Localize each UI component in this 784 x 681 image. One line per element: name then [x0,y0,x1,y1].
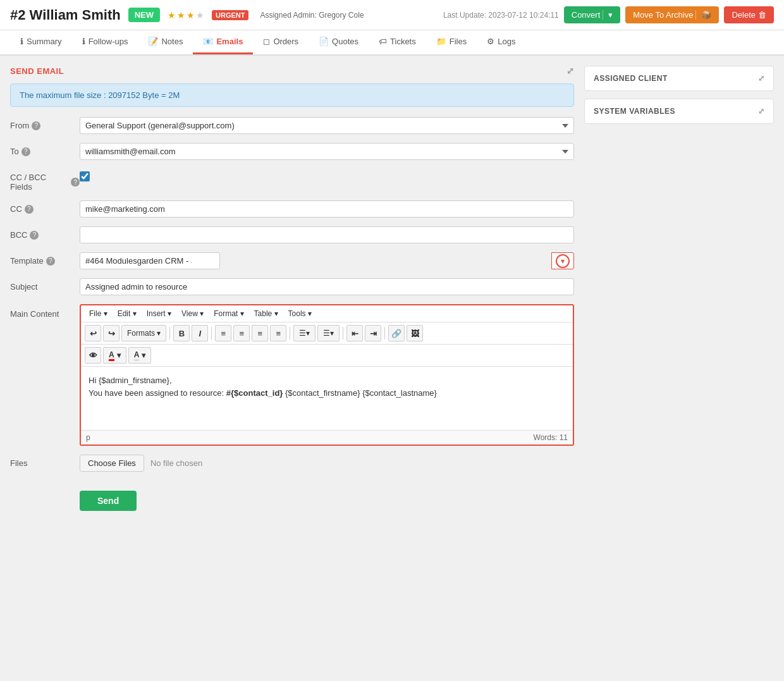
indent-in-button[interactable]: ⇥ [365,325,381,341]
assigned-client-expand-icon: ⤢ [758,74,765,83]
editor-menu-format[interactable]: Format ▾ [209,307,248,320]
undo-button[interactable]: ↩ [85,325,101,341]
expand-icon[interactable]: ⤢ [567,66,575,76]
cc-label: CC ? [10,200,80,214]
star-rating: ★ ★ ★ ★ [168,10,204,20]
editor-menu-insert[interactable]: Insert ▾ [142,307,176,320]
subject-input[interactable] [80,278,574,295]
tickets-icon: 🏷 [379,37,387,46]
from-label: From ? [10,117,80,130]
system-variables-header[interactable]: SYSTEM VARIABLES ⤢ [585,99,773,123]
editor-menu-view[interactable]: View ▾ [177,307,208,320]
list-ordered-button[interactable]: ☰▾ [317,325,340,341]
star-1: ★ [168,10,176,20]
align-left-button[interactable]: ≡ [215,325,231,341]
to-help-icon[interactable]: ? [21,147,30,156]
tab-emails[interactable]: 📧 Emails [193,30,253,54]
top-bar-left: #2 William Smith NEW ★ ★ ★ ★ URGENT Assi… [10,7,364,23]
top-bar: #2 William Smith NEW ★ ★ ★ ★ URGENT Assi… [0,0,784,30]
formats-dropdown[interactable]: Formats ▾ [121,325,166,341]
redo-button[interactable]: ↪ [103,325,119,341]
left-panel: SEND EMAIL ⤢ The maximum file size : 209… [10,66,574,511]
assigned-client-header[interactable]: ASSIGNED CLIENT ⤢ [585,66,773,90]
badge-new: NEW [128,8,160,22]
tab-summary[interactable]: ℹ Summary [10,30,72,54]
align-justify-button[interactable]: ≡ [270,325,286,341]
template-group: Template ? ▾ [10,252,574,269]
cc-bcc-help-icon[interactable]: ? [71,178,80,187]
text-color-icon: A [109,350,114,361]
files-label: Files [10,455,80,468]
editor-word-count: Words: 11 [534,433,568,442]
cc-input[interactable] [80,200,574,218]
star-3: ★ [187,10,195,20]
list-unordered-button[interactable]: ☰▾ [293,325,315,341]
from-group: From ? General Support (general@support.… [10,117,574,134]
cc-help-icon[interactable]: ? [25,205,34,214]
to-label: To ? [10,143,80,156]
tab-files[interactable]: 📁 Files [426,30,477,54]
from-select[interactable]: General Support (general@support.com) [80,117,574,134]
align-right-button[interactable]: ≡ [252,325,268,341]
italic-button[interactable]: I [192,325,208,341]
send-button[interactable]: Send [80,491,137,511]
preview-button[interactable]: 👁 [85,347,101,364]
archive-icon: 📦 [695,10,711,20]
template-help-icon[interactable]: ? [46,257,55,266]
convert-button[interactable]: Convert ▾ [564,6,621,23]
editor-menu-tools[interactable]: Tools ▾ [284,307,316,320]
tab-notes[interactable]: 📝 Notes [138,30,193,54]
editor-menu-edit[interactable]: Edit ▾ [113,307,141,320]
cc-bcc-checkbox-wrap [80,169,90,181]
choose-files-button[interactable]: Choose Files [80,455,144,472]
convert-dropdown-icon[interactable]: ▾ [603,10,613,20]
editor-menu-file[interactable]: File ▾ [85,307,112,320]
cc-bcc-checkbox[interactable] [80,171,90,181]
editor-menu-table[interactable]: Table ▾ [250,307,283,320]
highlight-color-button[interactable]: A ▾ [128,347,152,364]
bold-button[interactable]: B [173,325,190,341]
tab-followups[interactable]: ℹ Follow-ups [72,30,138,54]
tab-orders[interactable]: ◻ Orders [253,30,309,54]
emails-icon: 📧 [203,37,213,46]
cc-group: CC ? [10,200,574,218]
bcc-help-icon[interactable]: ? [30,231,39,240]
indent-out-button[interactable]: ⇤ [346,325,363,341]
image-button[interactable]: 🖼 [407,325,423,341]
template-wrap: ▾ [80,252,574,269]
star-2: ★ [177,10,185,20]
toolbar-separator-5 [384,327,385,340]
files-row: Choose Files No file chosen [80,455,202,472]
send-email-section-header: SEND EMAIL ⤢ [10,66,574,76]
template-dropdown-button[interactable]: ▾ [551,252,574,269]
right-panel: ASSIGNED CLIENT ⤢ SYSTEM VARIABLES ⤢ [584,66,774,511]
tab-logs[interactable]: ⚙ Logs [477,30,525,54]
toolbar-separator-4 [343,327,343,340]
subject-label: Subject [10,278,80,291]
link-button[interactable]: 🔗 [388,325,405,341]
editor-body[interactable]: Hi {$admin_firstname}, You have been ass… [81,367,573,430]
template-input[interactable] [80,252,220,269]
align-center-button[interactable]: ≡ [233,325,250,341]
delete-button[interactable]: Delete 🗑 [724,6,774,23]
files-icon: 📁 [436,37,446,46]
from-help-icon[interactable]: ? [32,121,40,130]
to-group: To ? williamsmith@email.com [10,143,574,160]
to-select[interactable]: williamsmith@email.com [80,143,574,160]
editor-toolbar-2: 👁 A ▾ A ▾ [81,345,573,367]
badge-urgent: URGENT [212,10,248,20]
editor-container: File ▾ Edit ▾ Insert ▾ View ▾ Format ▾ T… [80,304,574,446]
tab-tickets[interactable]: 🏷 Tickets [369,30,426,54]
text-color-button[interactable]: A ▾ [103,347,126,364]
logs-icon: ⚙ [487,37,494,46]
system-variables-expand-icon: ⤢ [758,107,765,116]
main-content-label: Main Content [10,304,80,319]
bcc-input[interactable] [80,226,574,243]
delete-icon: 🗑 [758,10,766,20]
tab-quotes[interactable]: 📄 Quotes [309,30,369,54]
system-variables-card: SYSTEM VARIABLES ⤢ [584,99,774,124]
move-to-archive-button[interactable]: Move To Archive 📦 [625,6,719,23]
toolbar-separator-3 [290,327,290,340]
last-update: Last Update: 2023-07-12 10:24:11 [443,11,559,20]
cc-bcc-toggle-group: CC / BCC Fields ? [10,169,574,192]
